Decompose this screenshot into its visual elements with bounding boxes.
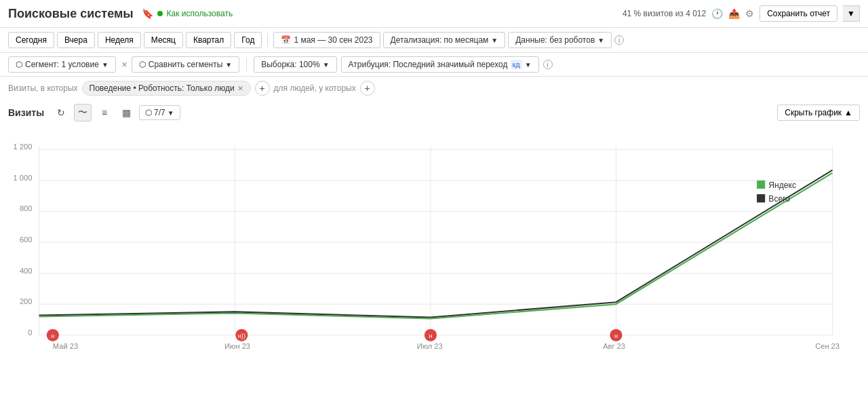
page-title: Поисковые системы — [8, 7, 134, 21]
filter-tag-text: Поведение • Роботность: Только люди — [90, 83, 235, 93]
chart-count-label: 7/7 — [154, 108, 165, 117]
attribution-picker[interactable]: Атрибуция: Последний значимый переход кд… — [341, 56, 539, 73]
svg-text:Яндекс: Яндекс — [768, 181, 796, 190]
visits-count: 41 % визитов из 4 012 — [623, 9, 706, 18]
green-status-icon — [157, 11, 163, 16]
header-actions: 🔖 Как использовать — [142, 8, 233, 19]
svg-text:Всего: Всего — [768, 194, 790, 204]
attribution-short: кд — [511, 60, 522, 69]
segment-selector[interactable]: ⬡ Сегмент: 1 условие ▼ — [8, 56, 116, 73]
segment-close-button[interactable]: ✕ — [121, 60, 127, 69]
date-range-label: 1 мая — 30 сен 2023 — [294, 35, 372, 45]
svg-text:Июн 23: Июн 23 — [224, 342, 250, 350]
attribution-arrow-icon: ▼ — [525, 61, 532, 69]
svg-text:600: 600 — [20, 236, 33, 244]
line-chart-icon[interactable]: 〜 — [74, 104, 92, 121]
compare-icon: ⬡ — [139, 60, 146, 69]
today-button[interactable]: Сегодня — [8, 32, 54, 48]
sample-arrow-icon: ▼ — [323, 61, 330, 69]
year-button[interactable]: Год — [234, 32, 262, 48]
svg-text:Июл 23: Июл 23 — [417, 342, 443, 350]
chart-count-icon: ⬡ — [145, 108, 152, 117]
attribution-info-icon[interactable]: i — [543, 60, 553, 69]
separator-1 — [267, 33, 268, 47]
quarter-button[interactable]: Квартал — [186, 32, 231, 48]
settings-icon[interactable]: ⚙ — [745, 8, 754, 19]
chart-toolbar: Визиты ↻ 〜 ≡ ▦ ⬡ 7/7 ▼ Скрыть график ▲ — [0, 100, 868, 126]
chart-container: 0 200 400 600 800 1 000 1 200 Май 23 Июн… — [0, 126, 868, 350]
svg-text:н: н — [614, 333, 618, 339]
bar-chart-icon[interactable]: ▦ — [117, 104, 135, 121]
calendar-icon: 📅 — [281, 35, 291, 45]
svg-text:н: н — [51, 333, 54, 339]
svg-text:Май 23: Май 23 — [53, 342, 78, 350]
bookmark-icon[interactable]: 🔖 — [142, 8, 153, 19]
date-range-picker[interactable]: 📅 1 мая — 30 сен 2023 — [273, 32, 380, 48]
compare-arrow-icon: ▼ — [225, 61, 232, 69]
hide-chart-arrow-icon: ▲ — [844, 108, 852, 117]
header: Поисковые системы 🔖 Как использовать 41 … — [0, 0, 868, 28]
attribution-label: Атрибуция: Последний значимый переход — [349, 60, 508, 69]
save-report-button[interactable]: Сохранить отчет — [760, 5, 837, 22]
detail-arrow-icon: ▼ — [491, 37, 498, 44]
svg-text:Сен 23: Сен 23 — [815, 342, 840, 350]
data-arrow-icon: ▼ — [597, 37, 604, 44]
segment-label: Сегмент: 1 условие — [25, 60, 99, 69]
sample-picker[interactable]: Выборка: 100% ▼ — [254, 56, 336, 73]
filter-bar: Визиты, в которых Поведение • Роботность… — [0, 77, 868, 100]
svg-text:400: 400 — [20, 267, 33, 275]
add-people-filter-button[interactable]: + — [360, 81, 375, 96]
svg-rect-32 — [757, 181, 765, 189]
compare-label: Сравнить сегменты — [149, 60, 223, 69]
separator-2 — [246, 58, 247, 71]
add-filter-button[interactable]: + — [255, 81, 270, 96]
share-icon[interactable]: 📤 — [728, 8, 740, 19]
svg-text:200: 200 — [20, 297, 33, 305]
chart-svg: 0 200 400 600 800 1 000 1 200 Май 23 Июн… — [8, 128, 860, 350]
metric-count-badge[interactable]: ⬡ 7/7 ▼ — [139, 105, 180, 120]
save-report-dropdown-button[interactable]: ▼ — [843, 5, 860, 22]
filter-tag-robotness[interactable]: Поведение • Роботность: Только люди ✕ — [82, 81, 251, 96]
header-right: 41 % визитов из 4 012 🕐 📤 ⚙ Сохранить от… — [623, 5, 860, 22]
compare-segments-button[interactable]: ⬡ Сравнить сегменты ▼ — [132, 56, 239, 73]
chart-title: Визиты — [8, 107, 44, 118]
detail-picker[interactable]: Детализация: по месяцам ▼ — [383, 32, 506, 48]
hide-chart-label: Скрыть график — [785, 108, 842, 117]
segment-icon: ⬡ — [16, 60, 22, 69]
yesterday-button[interactable]: Вчера — [57, 32, 95, 48]
detail-label: Детализация: по месяцам — [391, 35, 489, 45]
hide-chart-button[interactable]: Скрыть график ▲ — [777, 105, 860, 121]
refresh-icon[interactable]: ↻ — [52, 104, 70, 121]
data-picker[interactable]: Данные: без роботов ▼ — [508, 32, 612, 48]
svg-rect-34 — [757, 194, 765, 202]
svg-text:Авг 23: Авг 23 — [603, 342, 625, 350]
how-to-use-link[interactable]: Как использовать — [167, 9, 233, 18]
stacked-chart-icon[interactable]: ≡ — [96, 104, 113, 121]
week-button[interactable]: Неделя — [98, 32, 141, 48]
sample-label: Выборка: 100% — [261, 60, 319, 69]
svg-text:1 000: 1 000 — [14, 174, 33, 182]
svg-text:1 200: 1 200 — [14, 143, 33, 151]
month-button[interactable]: Месяц — [144, 32, 183, 48]
data-label: Данные: без роботов — [515, 35, 595, 45]
period-toolbar: Сегодня Вчера Неделя Месяц Квартал Год 📅… — [0, 28, 868, 53]
filter-bar-label: Визиты, в которых — [8, 83, 78, 93]
svg-text:н: н — [429, 333, 432, 339]
svg-text:н)): н)) — [238, 333, 245, 339]
clock-icon[interactable]: 🕐 — [711, 8, 723, 19]
svg-text:0: 0 — [28, 328, 32, 337]
filter-tag-close-icon[interactable]: ✕ — [237, 84, 243, 93]
segment-arrow-icon: ▼ — [102, 61, 108, 69]
svg-text:800: 800 — [20, 204, 33, 212]
segment-bar: ⬡ Сегмент: 1 условие ▼ ✕ ⬡ Сравнить сегм… — [0, 53, 868, 77]
count-arrow-icon: ▼ — [167, 109, 174, 117]
for-people-label: для людей, у которых — [274, 83, 356, 93]
data-info-icon[interactable]: i — [614, 35, 624, 45]
